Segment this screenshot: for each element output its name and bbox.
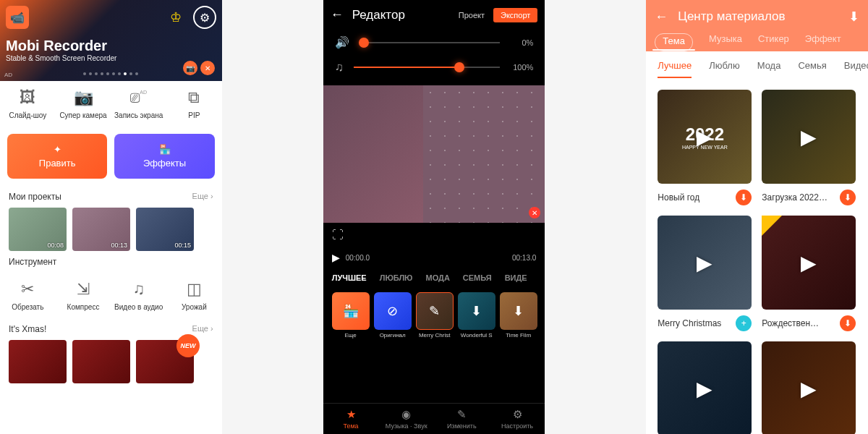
materials-screen: ← Центр материалов ⬇ Тема Музыка Стикер … — [646, 0, 868, 434]
featured-ribbon — [762, 216, 782, 236]
download-button[interactable]: ⬇ — [736, 190, 752, 205]
tab-sticker[interactable]: Стикер — [758, 33, 789, 51]
tool-camera[interactable]: 📷Супер камера — [56, 88, 111, 119]
music-slider[interactable]: ♫ 100% — [323, 55, 545, 80]
material-card[interactable]: ▶ — [762, 341, 856, 434]
tab-theme[interactable]: Тема — [655, 33, 693, 51]
theme-original[interactable]: ⊘Оригинал — [374, 292, 412, 339]
tab-music[interactable]: Музыка — [709, 33, 742, 51]
speaker-icon: 🔊 — [335, 35, 349, 49]
project-thumb[interactable]: 00:13 — [72, 208, 130, 251]
download-button[interactable]: ⬇ — [840, 190, 856, 205]
tab-love[interactable]: ЛЮБЛЮ — [380, 273, 413, 282]
scissors-icon: ✂ — [0, 280, 56, 299]
app-icon: 📹 — [6, 6, 29, 29]
theme-more[interactable]: 🏪Еще — [332, 292, 370, 339]
ad-label: AD — [4, 72, 12, 78]
material-card[interactable]: ▶ — [658, 341, 752, 434]
tab-video[interactable]: ВИДЕ — [505, 273, 527, 282]
download-icon: ⬇ — [500, 292, 537, 330]
subtab-love[interactable]: Люблю — [709, 60, 739, 71]
subtab-best[interactable]: Лучшее — [658, 60, 692, 71]
materials-title: Центр материалов — [678, 9, 838, 24]
crown-icon[interactable]: ♔ — [170, 9, 182, 25]
close-icon[interactable]: ✕ — [200, 61, 215, 75]
tab-best[interactable]: ЛУЧШЕЕ — [332, 273, 367, 282]
add-button[interactable]: + — [736, 315, 752, 331]
material-card[interactable]: 2022HAPPY NEW YEAR▶ Новый год⬇ — [658, 90, 752, 205]
theme-xmas[interactable]: ✎Merry Christ — [416, 292, 454, 339]
voice-slider[interactable]: 🔊 0% — [323, 30, 545, 55]
subtab-fashion[interactable]: Мода — [757, 60, 781, 71]
back-icon[interactable]: ← — [331, 7, 344, 22]
material-card[interactable]: ▶ Merry Christmas+ — [658, 216, 752, 331]
nav-theme[interactable]: ★Тема — [323, 408, 379, 430]
nav-music[interactable]: ◉Музыка · Звук — [378, 408, 434, 430]
carousel-dots[interactable] — [83, 72, 138, 75]
crop-icon: ◫ — [166, 280, 222, 299]
compress-icon: ⇲ — [56, 280, 111, 299]
tab-effect[interactable]: Эффект — [805, 33, 841, 51]
tool-trim[interactable]: ✂Обрезать — [0, 280, 56, 311]
tool-pip[interactable]: ⧉PIP — [166, 88, 222, 119]
project-thumb[interactable]: 00:15 — [136, 208, 194, 251]
tool-compress[interactable]: ⇲Компресс — [56, 280, 111, 311]
new-badge: NEW — [176, 334, 200, 357]
tool-record[interactable]: ⎚ADЗапись экрана — [111, 88, 166, 119]
more-link[interactable]: Еще › — [192, 324, 213, 334]
download-all-icon[interactable]: ⬇ — [848, 9, 859, 25]
download-icon: ⬇ — [458, 292, 495, 330]
subtab-vlog[interactable]: Видеобл — [844, 60, 868, 71]
music-icon: ♫ — [335, 61, 344, 74]
banner-title: Mobi Recorder — [6, 38, 216, 54]
tab-fashion[interactable]: МОДА — [425, 273, 449, 282]
back-icon[interactable]: ← — [655, 9, 668, 25]
music-icon: ♫ — [111, 280, 166, 299]
nav-settings[interactable]: ⚙Настроить — [490, 408, 545, 430]
subtab-family[interactable]: Семья — [798, 60, 826, 71]
play-icon: ▶ — [697, 377, 712, 401]
play-icon: ▶ — [697, 251, 712, 275]
material-card[interactable]: ▶ Загрузка 2022…⬇ — [762, 90, 856, 205]
editor-screen: ← Редактор Проект Экспорт 🔊 0% ♫ 100% ✕ … — [323, 0, 545, 434]
export-button[interactable]: Экспорт — [493, 8, 537, 22]
promo-banner[interactable]: 📹 ♔ ⚙ Mobi Recorder Stable & Smooth Scre… — [0, 0, 222, 81]
tool-row: 🖼Слайд-шоу 📷Супер камера ⎚ADЗапись экран… — [0, 81, 222, 127]
edit-icon: ✎ — [417, 293, 453, 329]
video-preview[interactable]: ✕ — [323, 85, 545, 223]
edit-button[interactable]: ✦Править — [7, 134, 107, 179]
fullscreen-icon[interactable]: ⛶ — [332, 229, 344, 241]
theme-timefilm[interactable]: ⬇Time Film — [500, 292, 537, 339]
pip-icon: ⧉ — [166, 88, 222, 107]
effects-button[interactable]: 🏪Эффекты — [114, 134, 214, 179]
nav-edit[interactable]: ✎Изменить — [434, 408, 490, 430]
tool-audio[interactable]: ♫Видео в аудио — [111, 280, 166, 311]
tools-heading: Инструмент — [9, 257, 56, 267]
settings-icon[interactable]: ⚙ — [193, 6, 216, 29]
theme-tabs: ЛУЧШЕЕ ЛЮБЛЮ МОДА СЕМЬЯ ВИДЕ — [323, 268, 545, 288]
theme-wonderful[interactable]: ⬇Wonderful S — [458, 292, 495, 339]
xmas-thumb[interactable] — [72, 340, 130, 383]
camera-icon: 📷 — [56, 88, 111, 107]
editor-title: Редактор — [352, 8, 450, 22]
tab-family[interactable]: СЕМЬЯ — [463, 273, 492, 282]
project-link[interactable]: Проект — [459, 11, 485, 20]
camera-icon[interactable]: 📷 — [183, 61, 197, 75]
more-link[interactable]: Еще › — [192, 192, 213, 202]
tool-slideshow[interactable]: 🖼Слайд-шоу — [0, 88, 56, 119]
subtabs: Лучшее Люблю Мода Семья Видеобл — [646, 51, 868, 80]
play-icon: ▶ — [801, 377, 817, 401]
play-icon[interactable]: ▶ — [332, 252, 340, 263]
none-icon: ⊘ — [374, 292, 412, 330]
xmas-thumb[interactable]: NEW — [136, 340, 194, 383]
project-thumb[interactable]: 00:08 — [9, 208, 67, 251]
tool-crop[interactable]: ◫Урожай — [166, 280, 222, 311]
gear-icon: ⚙ — [490, 408, 545, 421]
image-icon: 🖼 — [0, 88, 56, 107]
timeline[interactable]: ▶ 00:00.0 00:13.0 — [323, 247, 545, 268]
material-card[interactable]: ▶ Рождествен…⬇ — [762, 216, 856, 331]
store-icon: 🏪 — [159, 144, 171, 155]
download-button[interactable]: ⬇ — [840, 315, 856, 331]
xmas-thumb[interactable] — [9, 340, 67, 383]
xmas-heading: It's Xmas! — [9, 324, 46, 334]
